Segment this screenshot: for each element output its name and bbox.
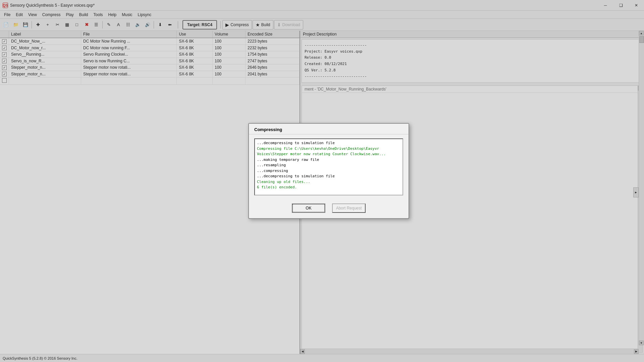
log-line: 6 file(s) encoded. [257,185,400,190]
dialog-buttons: OK Abort Request [249,199,409,218]
log-line: ...compressing [257,168,400,174]
compress-dialog: Compressing ...decompressing to simulati… [248,123,409,219]
log-line: ...decompressing to simulation file [257,140,400,146]
dialog-body: ...decompressing to simulation fileCompr… [249,134,409,199]
modal-overlay: Compressing ...decompressing to simulati… [0,0,644,362]
log-line: Cleaning up old files... [257,179,400,185]
log-line: Compressing file C:\Users\kevha\OneDrive… [257,146,400,157]
log-line: ...resampling [257,163,400,168]
log-line: ...making temporary raw file [257,157,400,163]
ok-button[interactable]: OK [292,203,325,213]
log-area[interactable]: ...decompressing to simulation fileCompr… [254,138,403,195]
log-line: ...decompressing to simulation file [257,174,400,179]
dialog-title: Compressing [249,124,409,134]
abort-button[interactable]: Abort Request [332,203,366,213]
